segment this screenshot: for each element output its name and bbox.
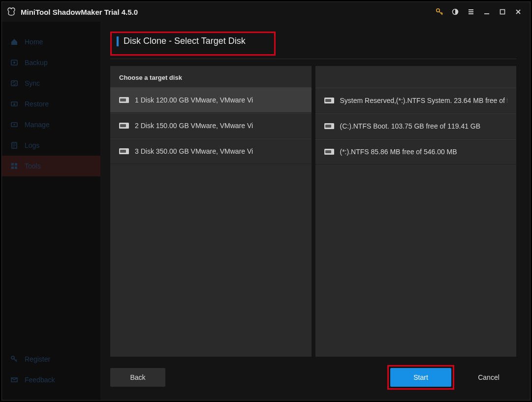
sidebar-item-tools[interactable]: Tools xyxy=(2,156,100,176)
start-button-highlight: Start xyxy=(387,365,454,390)
cancel-button-label: Cancel xyxy=(478,373,500,381)
sidebar-item-label: Manage xyxy=(25,121,50,129)
manage-icon xyxy=(10,120,19,129)
sidebar-item-home[interactable]: Home xyxy=(2,32,100,52)
partition-row[interactable]: (*:).NTFS 85.86 MB free of 546.00 MB xyxy=(315,139,517,165)
footer-buttons: Back Start Cancel xyxy=(110,364,516,391)
sidebar-item-label: Register xyxy=(25,355,50,363)
disk-list-panel: Choose a target disk 1 Disk 120.00 GB VM… xyxy=(110,66,312,357)
sync-icon xyxy=(10,79,19,88)
partition-row[interactable]: System Reserved,(*:).NTFS System. 23.64 … xyxy=(315,88,517,113)
backup-icon xyxy=(10,58,19,67)
disk-label: 2 Disk 150.00 GB VMware, VMware Vi xyxy=(135,122,253,130)
sidebar-item-label: Backup xyxy=(25,59,48,67)
svg-rect-11 xyxy=(15,163,17,166)
sidebar-item-feedback[interactable]: Feedback xyxy=(2,369,100,390)
sidebar: Home Backup Sync Restore Manage xyxy=(2,22,100,400)
disk-label: 3 Disk 350.00 GB VMware, VMware Vi xyxy=(135,147,253,155)
disk-icon xyxy=(119,97,129,103)
svg-rect-12 xyxy=(11,167,14,169)
svg-rect-5 xyxy=(11,81,17,86)
partition-icon xyxy=(324,123,334,130)
disk-label: 1 Disk 120.00 GB VMware, VMware Vi xyxy=(135,96,253,104)
choose-target-label: Choose a target disk xyxy=(110,66,312,87)
partition-label: (C:).NTFS Boot. 103.75 GB free of 119.41… xyxy=(340,122,481,130)
svg-rect-21 xyxy=(120,150,126,153)
sidebar-item-sync[interactable]: Sync xyxy=(2,73,100,94)
partition-icon xyxy=(324,148,334,155)
logs-icon xyxy=(10,141,19,150)
svg-rect-2 xyxy=(501,10,505,14)
cancel-button[interactable]: Cancel xyxy=(461,368,516,387)
start-button[interactable]: Start xyxy=(390,368,451,387)
theme-button[interactable] xyxy=(447,4,463,20)
license-key-button[interactable] xyxy=(432,4,447,20)
app-window: MiniTool ShadowMaker Trial 4.5.0 Home xyxy=(1,1,531,401)
svg-rect-17 xyxy=(120,99,126,101)
svg-rect-25 xyxy=(325,125,331,128)
sidebar-item-label: Logs xyxy=(25,141,39,149)
partition-icon xyxy=(324,97,334,104)
back-button-label: Back xyxy=(130,373,145,381)
partition-label: (*:).NTFS 85.86 MB free of 546.00 MB xyxy=(340,148,457,156)
page-heading-highlight: Disk Clone - Select Target Disk xyxy=(110,32,276,56)
maximize-button[interactable] xyxy=(495,4,510,20)
page-title: Disk Clone - Select Target Disk xyxy=(124,36,246,46)
key-icon xyxy=(10,355,19,364)
sidebar-item-restore[interactable]: Restore xyxy=(2,94,100,114)
sidebar-item-register[interactable]: Register xyxy=(2,349,100,369)
disk-row[interactable]: 2 Disk 150.00 GB VMware, VMware Vi xyxy=(110,113,312,138)
tools-icon xyxy=(10,162,19,170)
svg-rect-10 xyxy=(11,163,14,166)
partition-panel-header xyxy=(315,66,517,88)
partition-list-panel: System Reserved,(*:).NTFS System. 23.64 … xyxy=(315,66,517,357)
minimize-button[interactable] xyxy=(479,4,495,20)
sidebar-item-label: Feedback xyxy=(25,376,55,384)
partition-row[interactable]: (C:).NTFS Boot. 103.75 GB free of 119.41… xyxy=(315,113,517,139)
page-heading: Disk Clone - Select Target Disk xyxy=(117,36,269,46)
disk-row[interactable]: 1 Disk 120.00 GB VMware, VMware Vi xyxy=(110,87,312,113)
close-button[interactable] xyxy=(510,4,526,20)
sidebar-item-manage[interactable]: Manage xyxy=(2,114,100,135)
svg-rect-13 xyxy=(15,167,17,169)
mail-icon xyxy=(10,375,19,384)
sidebar-item-logs[interactable]: Logs xyxy=(2,135,100,156)
sidebar-item-label: Restore xyxy=(25,100,49,108)
start-button-label: Start xyxy=(413,373,428,381)
app-logo-icon xyxy=(6,6,17,17)
restore-icon xyxy=(10,100,19,108)
partition-label: System Reserved,(*:).NTFS System. 23.64 … xyxy=(340,97,508,104)
menu-button[interactable] xyxy=(463,4,479,20)
home-icon xyxy=(10,37,19,46)
sidebar-item-label: Tools xyxy=(25,162,41,170)
disk-row[interactable]: 3 Disk 350.00 GB VMware, VMware Vi xyxy=(110,138,312,164)
sidebar-item-label: Sync xyxy=(25,79,40,87)
sidebar-item-backup[interactable]: Backup xyxy=(2,52,100,73)
app-title: MiniTool ShadowMaker Trial 4.5.0 xyxy=(21,8,138,16)
svg-point-8 xyxy=(14,124,15,126)
svg-rect-19 xyxy=(120,124,126,127)
heading-divider xyxy=(110,59,516,59)
heading-accent-bar xyxy=(117,36,119,46)
back-button[interactable]: Back xyxy=(110,368,165,387)
disk-icon xyxy=(119,148,129,155)
title-bar: MiniTool ShadowMaker Trial 4.5.0 xyxy=(2,2,530,22)
disk-icon xyxy=(119,122,129,129)
svg-rect-23 xyxy=(325,99,331,102)
sidebar-item-label: Home xyxy=(25,38,43,46)
svg-point-4 xyxy=(13,62,15,64)
main-content: Disk Clone - Select Target Disk Choose a… xyxy=(100,22,530,400)
svg-rect-27 xyxy=(325,150,331,153)
